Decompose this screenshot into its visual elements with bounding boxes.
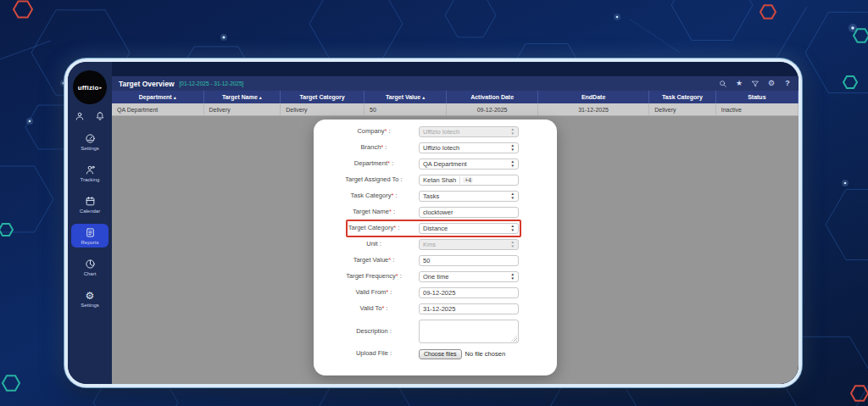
field-label-valid-to: Valid To* : [334, 305, 414, 313]
field-label-target-frequency: Target Frequency* : [334, 273, 414, 281]
table-body: QA DepartmentDeliveryDelivery5009-12-202… [112, 103, 798, 116]
column-label: Status [748, 94, 765, 100]
app-window: uffizio▸ SettingsTrackingCalendarReports… [64, 58, 802, 387]
required-asterisk: * [381, 304, 384, 312]
form-row-valid-to: Valid To* :31-12-2025 [334, 303, 519, 314]
gear-icon[interactable]: ⚙ [767, 80, 776, 88]
cell-target-name: Delivery [204, 103, 281, 115]
bell-icon[interactable] [95, 111, 105, 121]
form-row-upload-file: Upload File :Choose filesNo file chosen [334, 348, 519, 359]
upload-file-field: Choose filesNo file chosen [419, 348, 519, 359]
field-label-branch: Branch* : [334, 144, 414, 152]
select-caret-icon: ▲▼ [511, 225, 515, 232]
sidebar-item-settings[interactable]: Settings [71, 130, 108, 153]
tracking-icon [85, 164, 96, 175]
cell-department: QA Department [112, 103, 204, 115]
logo-text: uffizio [78, 84, 99, 92]
unit-select: Kms▲▼ [419, 239, 519, 250]
task-category-select[interactable]: Tasks▲▼ [419, 191, 519, 202]
gauge-icon [85, 133, 96, 144]
input-value: clocktower [423, 209, 453, 216]
search-icon[interactable] [719, 80, 727, 88]
description-textarea[interactable] [419, 320, 519, 343]
column-header-target-name[interactable]: Target Name▴ [204, 91, 281, 103]
sidebar-top-icons [75, 111, 105, 121]
cell-target-category: Delivery [281, 103, 364, 115]
cell-activation-date: 09-12-2025 [447, 103, 538, 115]
company-select: Uffizio Iotech▲▼ [419, 126, 519, 137]
required-asterisk: * [387, 159, 390, 167]
target-assigned-to-field[interactable]: Ketan Shah+4 [419, 175, 519, 186]
sidebar-item-tracking[interactable]: Tracking [71, 161, 108, 185]
star-icon[interactable]: ★ [735, 80, 743, 88]
select-caret-icon: ▲▼ [511, 144, 515, 152]
column-label: Department [139, 94, 172, 100]
column-header-target-value[interactable]: Target Value▴ [364, 91, 447, 103]
sort-arrow-icon: ▴ [422, 94, 425, 100]
form-row-branch: Branch* :Uffizio Iotech▲▼ [334, 142, 519, 153]
required-asterisk: * [391, 192, 393, 199]
required-asterisk: * [386, 288, 388, 296]
sidebar-item-chart[interactable]: Chart [71, 255, 108, 279]
column-header-enddate[interactable]: EndDate [538, 91, 649, 103]
choose-files-button[interactable]: Choose files [419, 349, 462, 359]
sidebar-item-label: Calendar [80, 209, 100, 214]
filter-icon[interactable] [751, 80, 760, 88]
sort-arrow-icon: ▴ [259, 94, 262, 100]
resize-grip-icon[interactable] [511, 336, 517, 342]
column-header-task-category[interactable]: Task Category [649, 91, 716, 103]
cell-status: Inactive [716, 103, 798, 115]
cell-enddate: 31-12-2025 [538, 103, 649, 115]
required-asterisk: * [389, 208, 392, 215]
branch-select[interactable]: Uffizio Iotech▲▼ [419, 142, 519, 153]
sidebar-item-label: Settings [81, 303, 99, 308]
table-row[interactable]: QA DepartmentDeliveryDelivery5009-12-202… [112, 103, 798, 116]
reports-icon [85, 227, 96, 238]
select-caret-icon: ▲▼ [511, 160, 515, 168]
target-category-select[interactable]: Distance▲▼ [419, 223, 519, 234]
sidebar-item-reports[interactable]: Reports [71, 224, 108, 247]
gear-icon: ⚙ [85, 290, 96, 301]
target-name-input[interactable]: clocktower [419, 207, 519, 218]
field-label-target-value: Target Value* : [334, 257, 414, 264]
column-header-target-category[interactable]: Target Category [281, 91, 364, 103]
selected-value: Uffizio Iotech [423, 128, 459, 136]
user-icon[interactable] [75, 111, 85, 121]
selected-value: Distance [423, 225, 448, 232]
form-row-task-category: Task Category* :Tasks▲▼ [334, 191, 519, 202]
sort-arrow-icon: ▴ [174, 94, 176, 100]
column-header-activation-date[interactable]: Activation Date [447, 91, 538, 103]
column-header-status[interactable]: Status [716, 91, 798, 103]
selected-value: Uffizio Iotech [423, 144, 459, 152]
selected-value: Tasks [423, 192, 439, 200]
target-frequency-select[interactable]: One time▲▼ [419, 271, 519, 282]
sidebar-item-label: Settings [81, 146, 99, 151]
sidebar-item-label: Reports [81, 240, 98, 245]
assignee-more-badge[interactable]: +4 [463, 177, 473, 183]
main-area: Target Overview [01-12-2025 - 31-12-2025… [112, 62, 798, 384]
department-select[interactable]: QA Department▲▼ [419, 159, 519, 170]
form-row-target-name: Target Name* :clocktower [334, 207, 519, 218]
sidebar-item-label: Tracking [81, 177, 100, 182]
sidebar-item-settings[interactable]: ⚙Settings [71, 286, 108, 310]
valid-to-input[interactable]: 31-12-2025 [419, 303, 519, 314]
field-label-valid-from: Valid From* : [334, 289, 414, 297]
field-label-description: Description : [334, 328, 414, 336]
valid-from-input[interactable]: 09-12-2025 [419, 287, 519, 298]
column-header-department[interactable]: Department▴ [112, 91, 204, 103]
required-asterisk: * [381, 143, 383, 151]
calendar-icon [85, 196, 96, 207]
target-form: Company* :Uffizio Iotech▲▼Branch* :Uffiz… [314, 126, 557, 359]
form-row-target-value: Target Value* :50 [334, 255, 519, 266]
input-value: 31-12-2025 [423, 305, 455, 313]
date-range[interactable]: [01-12-2025 - 31-12-2025] [180, 81, 244, 86]
select-caret-icon: ▲▼ [511, 192, 515, 200]
help-icon[interactable]: ? [783, 80, 792, 88]
sidebar-item-calendar[interactable]: Calendar [71, 192, 108, 216]
logo-caret-icon: ▸ [100, 85, 103, 90]
select-caret-icon: ▲▼ [511, 273, 515, 281]
selected-value: QA Department [423, 160, 467, 168]
target-value-input[interactable]: 50 [419, 255, 519, 266]
titlebar: Target Overview [01-12-2025 - 31-12-2025… [112, 76, 798, 91]
sidebar: uffizio▸ SettingsTrackingCalendarReports… [68, 62, 112, 384]
